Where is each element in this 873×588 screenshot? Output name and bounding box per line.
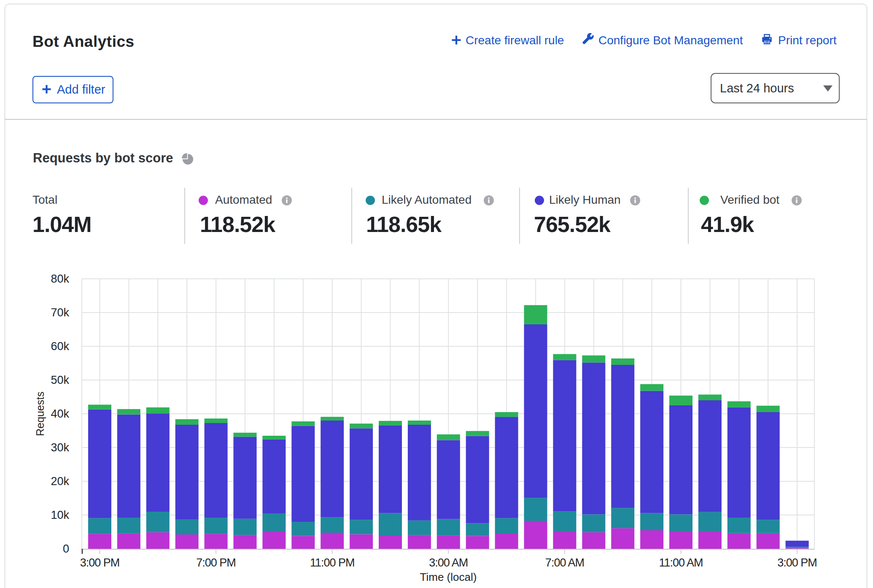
svg-text:20k: 20k xyxy=(51,475,69,488)
svg-text:Time (local): Time (local) xyxy=(420,571,477,583)
svg-text:Requests: Requests xyxy=(34,391,46,436)
svg-text:11:00 AM: 11:00 AM xyxy=(659,556,703,569)
svg-text:3:00 PM: 3:00 PM xyxy=(80,556,120,569)
svg-text:3:00 PM: 3:00 PM xyxy=(777,556,817,569)
svg-text:3:00 AM: 3:00 AM xyxy=(429,556,468,569)
svg-text:7:00 AM: 7:00 AM xyxy=(545,556,584,569)
svg-text:80k: 80k xyxy=(51,272,69,285)
svg-text:7:00 PM: 7:00 PM xyxy=(196,556,236,569)
svg-text:10k: 10k xyxy=(51,509,69,521)
svg-text:50k: 50k xyxy=(51,374,69,386)
svg-text:70k: 70k xyxy=(51,306,69,319)
svg-text:0: 0 xyxy=(63,542,69,555)
svg-text:60k: 60k xyxy=(51,340,69,353)
svg-text:11:00 PM: 11:00 PM xyxy=(310,556,355,569)
svg-text:30k: 30k xyxy=(51,441,69,454)
svg-text:40k: 40k xyxy=(51,407,69,420)
